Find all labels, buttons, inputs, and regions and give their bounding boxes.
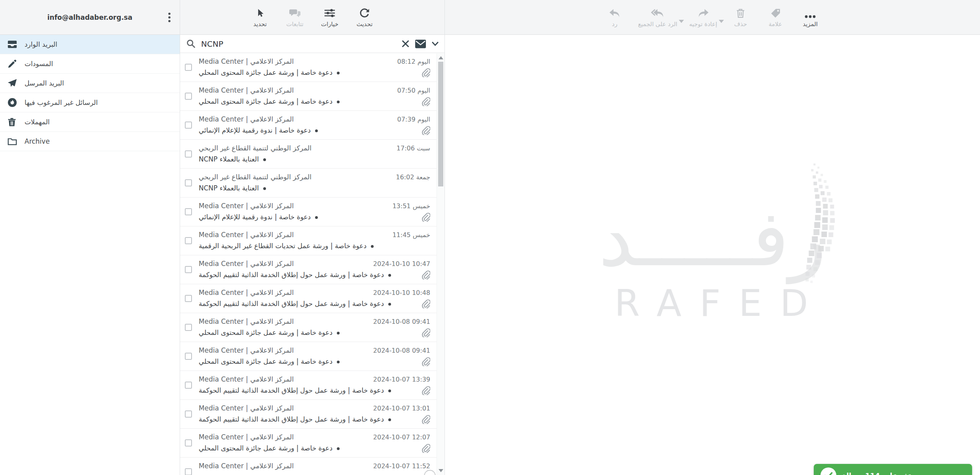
unread-dot-icon — [388, 274, 391, 277]
paperclip-icon — [421, 68, 430, 77]
message-checkbox[interactable] — [185, 353, 192, 360]
message-date: 2024-10-07 13:01 — [369, 405, 430, 412]
message-subject: دعوة خاصة | ورشة عمل جائزة المحتوى المحل… — [199, 444, 340, 452]
message-row[interactable]: المركز الاعلامي | Media Center 2024-10-0… — [180, 371, 444, 400]
toolbar-button[interactable]: إعادة توجيه — [689, 7, 717, 28]
message-row[interactable]: المركز الاعلامي | Media Center خميس 13:5… — [180, 198, 444, 226]
unread-dot-icon — [337, 72, 340, 74]
paperclip-icon — [421, 97, 430, 106]
cursor-icon — [256, 7, 264, 19]
sidebar-folder-3[interactable]: البريد المرسل — [0, 74, 180, 93]
junk-icon — [7, 97, 18, 108]
forward-icon — [697, 7, 709, 19]
paperclip-icon — [421, 299, 430, 308]
sidebar-folder-6[interactable]: Archive — [0, 132, 180, 151]
toolbar-button[interactable]: علامة — [764, 7, 787, 28]
message-row[interactable]: المركز الاعلامي | Media Center 2024-10-1… — [180, 284, 444, 313]
sidebar-folder-5[interactable]: المهملات — [0, 112, 180, 132]
chevron-down-icon[interactable] — [431, 41, 439, 46]
message-checkbox[interactable] — [185, 122, 192, 129]
caret-down-icon[interactable] — [679, 20, 684, 23]
threads-icon — [289, 7, 301, 19]
folder-label: البريد الوارد — [25, 40, 57, 48]
message-row[interactable]: المركز الوطني لتنمية القطاع غير الربحي ج… — [180, 169, 444, 198]
toolbar-button[interactable]: الرد على الجميع — [638, 7, 677, 28]
search-box[interactable]: NCNP — [180, 35, 444, 53]
message-subject: دعوة خاصة | ورشة عمل حول إطلاق الخدمة ال… — [199, 386, 391, 394]
message-checkbox[interactable] — [185, 324, 192, 331]
message-sender: المركز الاعلامي | Media Center — [199, 462, 294, 470]
message-row[interactable]: المركز الاعلامي | Media Center 2024-10-0… — [180, 400, 444, 429]
unread-dot-icon — [337, 361, 340, 363]
message-checkbox[interactable] — [185, 237, 192, 244]
toolbar-button-label: علامة — [769, 21, 782, 28]
toast-message: عثر على 114 رسالة — [842, 471, 912, 475]
message-checkbox[interactable] — [185, 179, 192, 186]
message-checkbox[interactable] — [185, 93, 192, 100]
paperclip-icon — [421, 125, 430, 135]
message-row[interactable]: المركز الاعلامي | Media Center 2024-10-1… — [180, 255, 444, 284]
message-row[interactable]: المركز الاعلامي | Media Center 2024-10-0… — [180, 342, 444, 371]
sidebar-folder-4[interactable]: الرسائل غير المرغوب فيها — [0, 93, 180, 112]
message-checkbox[interactable] — [185, 150, 192, 158]
message-row[interactable]: المركز الاعلامي | Media Center اليوم 07:… — [180, 82, 444, 111]
message-checkbox[interactable] — [185, 266, 192, 273]
reply-all-icon — [651, 7, 665, 19]
toolbar-button[interactable]: المزيد — [799, 7, 822, 28]
message-sender: المركز الوطني لتنمية القطاع غير الربحي — [199, 173, 311, 181]
paperclip-icon — [421, 328, 430, 337]
message-subject: دعوة خاصة | ورشة عمل جائزة المحتوى المحل… — [199, 329, 340, 336]
clear-icon[interactable] — [401, 40, 410, 48]
toolbar-button[interactable]: حذف — [729, 7, 752, 28]
check-circle-icon — [820, 467, 836, 475]
message-row[interactable]: المركز الاعلامي | Media Center اليوم 07:… — [180, 111, 444, 140]
message-checkbox[interactable] — [185, 295, 192, 302]
message-date: اليوم 07:50 — [393, 87, 430, 94]
message-sender: المركز الاعلامي | Media Center — [199, 317, 294, 325]
archive-icon — [7, 136, 18, 146]
scrollbar-thumb[interactable] — [438, 62, 443, 186]
scrollbar-up-arrow[interactable] — [439, 56, 443, 59]
message-row[interactable]: المركز الاعلامي | Media Center اليوم 08:… — [180, 53, 444, 82]
message-subject: دعوة خاصة | ورشة عمل جائزة المحتوى المحل… — [199, 357, 340, 365]
message-subject: دعوة خاصة | ورشة عمل جائزة المحتوى المحل… — [199, 97, 340, 105]
kebab-menu-icon[interactable] — [168, 12, 171, 23]
toolbar-button-label: المزيد — [803, 21, 818, 28]
message-row[interactable]: المركز الوطني لتنمية القطاع غير الربحي س… — [180, 140, 444, 169]
sidebar-folder-2[interactable]: المسودات — [0, 54, 180, 74]
mail-scope-icon[interactable] — [415, 39, 426, 49]
rafed-mosaic — [767, 163, 850, 293]
caret-down-icon[interactable] — [719, 20, 724, 23]
toolbar-button-label: تتابعات — [286, 21, 303, 28]
message-sender: المركز الاعلامي | Media Center — [199, 260, 294, 268]
toolbar-button[interactable]: رد — [603, 7, 626, 28]
unread-dot-icon — [337, 447, 340, 450]
message-checkbox[interactable] — [185, 64, 192, 71]
message-checkbox[interactable] — [185, 208, 192, 215]
message-checkbox[interactable] — [185, 382, 192, 389]
unread-dot-icon — [315, 129, 318, 132]
message-rows: المركز الاعلامي | Media Center اليوم 08:… — [180, 53, 444, 475]
message-date: اليوم 07:39 — [393, 116, 430, 123]
message-sender: المركز الاعلامي | Media Center — [199, 86, 294, 94]
rafed-watermark: رفـــــد RAFED — [598, 196, 826, 325]
toolbar-button[interactable]: تحديد — [249, 7, 272, 28]
paperclip-icon — [421, 270, 430, 279]
message-row[interactable]: المركز الاعلامي | Media Center خميس 11:4… — [180, 226, 444, 255]
message-checkbox[interactable] — [185, 468, 192, 475]
scrollbar-down-arrow[interactable] — [439, 469, 443, 472]
toolbar-button[interactable]: تتابعات — [283, 7, 306, 28]
toolbar-button[interactable]: خيارات — [318, 7, 341, 28]
folder-label: المسودات — [25, 60, 53, 68]
toolbar-button[interactable]: تحديث — [353, 7, 376, 28]
message-row[interactable]: المركز الاعلامي | Media Center 2024-10-0… — [180, 458, 444, 475]
message-row[interactable]: المركز الاعلامي | Media Center 2024-10-0… — [180, 429, 444, 458]
search-input[interactable]: NCNP — [201, 39, 396, 49]
sidebar-folder-1[interactable]: البريد الوارد — [0, 35, 180, 54]
message-checkbox[interactable] — [185, 439, 192, 446]
message-checkbox[interactable] — [185, 410, 192, 418]
tag-icon — [770, 7, 781, 19]
paperclip-icon — [421, 357, 430, 366]
message-row[interactable]: المركز الاعلامي | Media Center 2024-10-0… — [180, 313, 444, 342]
more-icon — [804, 7, 816, 19]
